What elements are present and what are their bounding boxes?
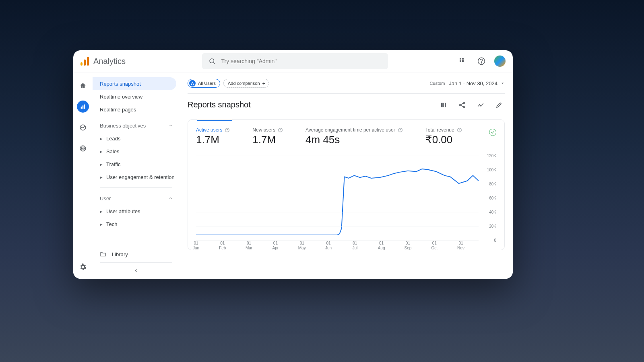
svg-rect-9 xyxy=(83,105,84,109)
rail-reports-icon[interactable] xyxy=(77,101,89,113)
sidebar-item-traffic[interactable]: ▸Traffic xyxy=(93,158,180,171)
header-divider xyxy=(133,56,133,67)
share-icon[interactable] xyxy=(456,99,468,111)
folder-icon xyxy=(100,251,106,257)
sidebar-divider xyxy=(100,187,172,188)
nav-rail xyxy=(73,72,93,279)
svg-point-0 xyxy=(210,59,214,63)
sidebar-item-reports-snapshot[interactable]: Reports snapshot xyxy=(93,77,176,90)
app-header: Analytics xyxy=(73,50,513,72)
title-row: Reports snapshot xyxy=(188,99,505,111)
status-check-icon xyxy=(489,129,496,136)
metric-total-revenue[interactable]: Total revenue ₹0.00 xyxy=(425,127,462,146)
sidebar-item-realtime-pages[interactable]: Realtime pages xyxy=(93,103,176,116)
svg-line-23 xyxy=(461,105,463,107)
content-toolbar: A All Users Add comparison + Custom Jan … xyxy=(188,77,505,89)
chart-plot: 01Jan01Feb01Mar01Apr01May01Jun01Jul01Aug… xyxy=(196,156,479,240)
sidebar-item-leads[interactable]: ▸Leads xyxy=(93,132,180,145)
date-range-picker[interactable]: Jan 1 - Nov 30, 2024 xyxy=(449,80,505,86)
rail-admin-icon[interactable] xyxy=(77,261,89,273)
svg-line-1 xyxy=(213,62,215,64)
svg-rect-2 xyxy=(460,58,461,60)
edit-icon[interactable] xyxy=(493,99,505,111)
svg-point-14 xyxy=(83,148,83,149)
header-actions xyxy=(457,56,506,67)
chevron-up-icon xyxy=(168,196,173,201)
metric-new-users[interactable]: New users 1.7M xyxy=(252,127,283,146)
sidebar-collapse-button[interactable] xyxy=(93,263,180,279)
title-actions xyxy=(438,99,505,111)
plus-icon: + xyxy=(262,80,266,86)
chart-x-axis: 01Jan01Feb01Mar01Apr01May01Jun01Jul01Aug… xyxy=(196,241,461,252)
svg-rect-4 xyxy=(460,60,461,62)
sidebar: Reports snapshot Realtime overview Realt… xyxy=(93,72,180,279)
svg-point-27 xyxy=(227,131,227,131)
svg-rect-3 xyxy=(462,58,464,60)
analytics-logo-icon xyxy=(80,57,89,66)
help-circle-icon xyxy=(278,128,283,133)
help-icon[interactable] xyxy=(476,56,487,67)
svg-rect-18 xyxy=(445,103,446,107)
chart-svg xyxy=(196,156,479,235)
svg-rect-17 xyxy=(443,103,444,107)
logo-area: Analytics xyxy=(80,57,126,66)
page-title: Reports snapshot xyxy=(188,100,251,110)
svg-rect-5 xyxy=(462,60,464,62)
search-input[interactable] xyxy=(221,58,382,64)
sidebar-item-realtime-overview[interactable]: Realtime overview xyxy=(93,90,176,103)
svg-point-25 xyxy=(481,106,481,107)
compare-icon[interactable] xyxy=(438,99,449,111)
svg-rect-16 xyxy=(441,103,443,107)
search-box[interactable] xyxy=(202,53,388,69)
svg-point-31 xyxy=(400,131,400,131)
sidebar-library[interactable]: Library xyxy=(93,246,180,262)
line-chart: 01Jan01Feb01Mar01Apr01May01Jun01Jul01Aug… xyxy=(196,156,496,240)
insights-icon[interactable] xyxy=(475,99,486,111)
chevron-left-icon xyxy=(134,268,138,273)
svg-marker-15 xyxy=(502,83,504,84)
search-icon xyxy=(208,58,216,65)
chip-badge: A xyxy=(189,80,196,86)
sidebar-group-business-objectives[interactable]: Business objectives xyxy=(93,119,180,132)
sidebar-item-tech[interactable]: ▸Tech xyxy=(93,218,180,230)
date-custom-label: Custom xyxy=(429,81,445,86)
svg-rect-8 xyxy=(81,107,82,109)
svg-point-24 xyxy=(479,105,480,105)
sidebar-item-sales[interactable]: ▸Sales xyxy=(93,145,180,158)
content-area: A All Users Add comparison + Custom Jan … xyxy=(180,72,513,279)
help-circle-icon xyxy=(457,128,462,133)
chevron-up-icon xyxy=(168,123,173,128)
chip-add-comparison[interactable]: Add comparison + xyxy=(223,79,269,88)
svg-point-29 xyxy=(280,131,281,131)
chart-y-axis: 020K40K60K80K100K120K xyxy=(482,156,496,240)
sidebar-group-user[interactable]: User xyxy=(93,192,180,205)
svg-rect-10 xyxy=(84,105,85,109)
svg-point-7 xyxy=(481,63,481,63)
metric-avg-engagement[interactable]: Average engagement time per active user … xyxy=(305,127,403,146)
help-circle-icon xyxy=(225,128,230,133)
apps-icon[interactable] xyxy=(457,56,469,67)
metrics-row: Active users 1.7M New users 1.7M Average… xyxy=(196,127,496,146)
metric-active-users[interactable]: Active users 1.7M xyxy=(196,127,230,146)
search-wrap xyxy=(140,53,449,69)
metrics-card: Active users 1.7M New users 1.7M Average… xyxy=(188,119,505,250)
rail-home-icon[interactable] xyxy=(77,80,89,92)
avatar[interactable] xyxy=(494,56,506,67)
active-metric-indicator xyxy=(197,120,232,121)
svg-line-22 xyxy=(461,103,463,105)
sidebar-item-engagement-retention[interactable]: ▸User engagement & retention xyxy=(93,171,180,183)
main-layout: Reports snapshot Realtime overview Realt… xyxy=(73,72,513,279)
sidebar-item-user-attributes[interactable]: ▸User attributes xyxy=(93,205,180,218)
sidebar-group-label: Business objectives xyxy=(100,123,146,129)
product-name: Analytics xyxy=(93,57,126,66)
svg-point-33 xyxy=(459,131,460,131)
app-window: Analytics xyxy=(73,50,513,279)
sidebar-group-label: User xyxy=(100,195,111,202)
rail-advertising-icon[interactable] xyxy=(77,142,89,154)
chip-all-users[interactable]: A All Users xyxy=(188,79,220,88)
toolbar-divider xyxy=(188,93,505,94)
rail-explore-icon[interactable] xyxy=(77,121,89,134)
help-circle-icon xyxy=(398,128,403,133)
chevron-down-icon xyxy=(501,81,505,85)
